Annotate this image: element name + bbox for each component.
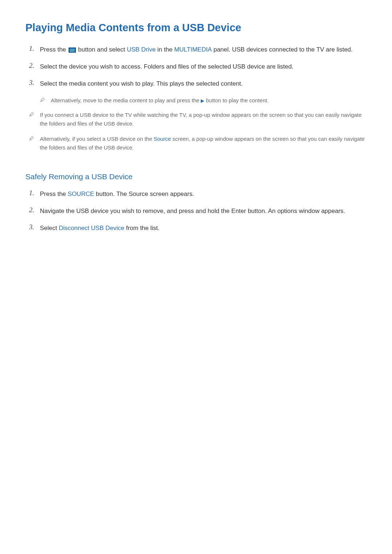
note-text: Alternatively, move to the media content…: [51, 96, 367, 105]
highlight-source-button: SOURCE: [68, 190, 94, 197]
step-text: Select Disconnect USB Device from the li…: [40, 223, 367, 233]
list-item: 3. Select Disconnect USB Device from the…: [29, 223, 367, 233]
section-heading: Safely Removing a USB Device: [25, 172, 367, 181]
menu-button-icon: [69, 48, 76, 53]
step-text: Press the button and select USB Drive in…: [40, 45, 367, 54]
list-item: 1. Press the button and select USB Drive…: [29, 45, 367, 54]
info-note: Alternatively, if you select a USB devic…: [29, 135, 367, 152]
note-text: If you connect a USB device to the TV wh…: [40, 111, 367, 128]
step-text: Select the media content you wish to pla…: [40, 79, 367, 89]
step-number: 1.: [29, 45, 40, 53]
highlight-multimedia: MULTIMEDIA: [174, 46, 212, 53]
step-number: 2.: [29, 62, 40, 70]
list-item: 2. Navigate the USB device you wish to r…: [29, 206, 367, 216]
step-number: 2.: [29, 206, 40, 214]
pencil-icon: [40, 97, 46, 103]
page-title: Playing Media Contents from a USB Device: [25, 22, 367, 34]
step-text: Press the SOURCE button. The Source scre…: [40, 189, 367, 199]
playing-media-steps: 1. Press the button and select USB Drive…: [29, 45, 367, 89]
highlight-disconnect: Disconnect USB Device: [59, 225, 124, 231]
note-text: Alternatively, if you select a USB devic…: [40, 135, 367, 152]
step-number: 3.: [29, 223, 40, 231]
step-number: 1.: [29, 189, 40, 197]
list-item: 1. Press the SOURCE button. The Source s…: [29, 189, 367, 199]
pencil-icon: [29, 136, 35, 141]
highlight-source: Source: [154, 136, 171, 142]
step-text: Navigate the USB device you wish to remo…: [40, 206, 367, 216]
play-arrow-icon: ▶: [201, 98, 204, 103]
pencil-icon: [29, 112, 35, 118]
list-item: 3. Select the media content you wish to …: [29, 79, 367, 89]
list-item: 2. Select the device you wish to access.…: [29, 62, 367, 71]
info-note: If you connect a USB device to the TV wh…: [29, 111, 367, 128]
safely-removing-steps: 1. Press the SOURCE button. The Source s…: [29, 189, 367, 233]
step-text: Select the device you wish to access. Fo…: [40, 62, 367, 71]
highlight-usb-drive: USB Drive: [127, 46, 155, 53]
sub-note: Alternatively, move to the media content…: [40, 96, 367, 105]
step-number: 3.: [29, 79, 40, 87]
